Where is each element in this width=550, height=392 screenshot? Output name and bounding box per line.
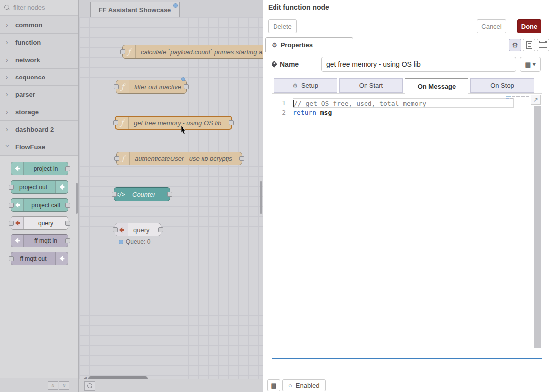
- node-description-button[interactable]: [537, 39, 549, 51]
- code-editor[interactable]: 1 // get OS free, used, total memory 2 r…: [272, 93, 542, 359]
- chevron-down-icon: ›: [4, 145, 12, 149]
- circle-icon: ○: [288, 382, 292, 389]
- node-query[interactable]: query: [115, 223, 161, 236]
- output-port[interactable]: [184, 84, 189, 89]
- input-port[interactable]: [114, 156, 119, 161]
- flow-canvas[interactable]: ƒ calculate `payload.count` primes start…: [79, 17, 263, 392]
- node-authenticate-user[interactable]: ƒ authenticateUser - use lib bcryptjs: [116, 152, 242, 165]
- chevron-right-icon: ›: [6, 125, 10, 133]
- palette-node-label: project call: [24, 202, 68, 209]
- flowfuse-icon: [11, 235, 24, 247]
- tab-setup[interactable]: ⚙ Setup: [274, 78, 337, 93]
- palette-category-common[interactable]: › common: [0, 16, 78, 34]
- flow-tab-bar: FF Assistant Showcase: [79, 0, 263, 17]
- done-button[interactable]: Done: [517, 19, 541, 33]
- input-port[interactable]: [120, 49, 125, 54]
- node-query-status: Queue: 0: [119, 238, 150, 245]
- flowfuse-icon: [55, 252, 68, 265]
- panel-button-row: Delete Cancel Done: [263, 15, 550, 37]
- chevron-right-icon: ›: [6, 73, 10, 81]
- palette-category-sequence[interactable]: › sequence: [0, 69, 78, 86]
- collapse-all-button[interactable]: «: [48, 381, 58, 390]
- code-variable: msg: [316, 109, 332, 116]
- input-port: [9, 203, 14, 208]
- edit-function-node-panel: Edit function node Delete Cancel Done ⚙ …: [263, 0, 550, 392]
- canvas-vertical-scrollbar[interactable]: [260, 181, 262, 214]
- tab-label: On Stop: [490, 82, 514, 89]
- palette-category-network[interactable]: › network: [0, 51, 78, 69]
- tab-on-start[interactable]: On Start: [339, 78, 403, 93]
- cancel-button[interactable]: Cancel: [477, 19, 506, 33]
- palette-search[interactable]: [0, 0, 78, 16]
- mouse-cursor: [181, 126, 187, 135]
- input-port[interactable]: [112, 192, 117, 197]
- palette-category-flowfuse[interactable]: › FlowFuse: [0, 138, 78, 156]
- chevron-right-icon: ›: [6, 56, 10, 64]
- expand-editor-button[interactable]: ↗: [531, 95, 541, 105]
- category-label: parser: [15, 91, 35, 98]
- search-icon: [4, 5, 10, 11]
- palette-category-parser[interactable]: › parser: [0, 86, 78, 103]
- node-label: filter out inactive: [129, 83, 181, 91]
- flow-changed-indicator: [173, 3, 178, 8]
- node-red-editor: › common › function › network › sequence…: [0, 0, 550, 392]
- search-flows-button[interactable]: [84, 381, 95, 391]
- palette-scrollbar[interactable]: [76, 183, 78, 214]
- name-input[interactable]: [321, 57, 516, 72]
- gear-icon: ⚙: [272, 41, 277, 49]
- node-label: Counter: [127, 191, 155, 198]
- output-port[interactable]: [158, 227, 163, 232]
- angle-double-up-icon: «: [49, 384, 57, 387]
- tab-label: On Start: [359, 82, 383, 89]
- palette-node-query[interactable]: query: [11, 216, 68, 230]
- code-line-1[interactable]: 1 // get OS free, used, total memory: [272, 98, 542, 108]
- node-settings-button[interactable]: ⚙: [509, 39, 521, 51]
- palette-node-label: project in: [24, 165, 68, 172]
- tab-properties[interactable]: ⚙ Properties: [265, 37, 353, 52]
- current-line: // get OS free, used, total memory: [293, 98, 514, 108]
- caret-down-icon: ▾: [533, 61, 536, 68]
- properties-tab-label: Properties: [281, 41, 313, 49]
- tab-on-message[interactable]: On Message: [405, 78, 468, 94]
- chevron-right-icon: ›: [6, 21, 10, 29]
- editor-scrollbar[interactable]: [534, 106, 541, 348]
- node-palette: › common › function › network › sequence…: [0, 0, 79, 392]
- library-button[interactable]: ▤: [267, 379, 280, 391]
- input-port[interactable]: [114, 84, 119, 89]
- output-port[interactable]: [239, 156, 244, 161]
- node-calculate-primes[interactable]: ƒ calculate `payload.count` primes start…: [122, 45, 263, 59]
- output-port[interactable]: [167, 192, 172, 197]
- chevron-right-icon: ›: [6, 90, 10, 98]
- expand-all-button[interactable]: «: [59, 381, 69, 390]
- minimap: [506, 96, 529, 102]
- node-filter-out-inactive[interactable]: ƒ filter out inactive: [116, 80, 187, 94]
- delete-button[interactable]: Delete: [268, 19, 297, 33]
- node-counter[interactable]: </> Counter: [114, 187, 170, 201]
- palette-node-label: query: [24, 220, 68, 227]
- enabled-toggle-button[interactable]: ○ Enabled: [282, 379, 326, 391]
- output-port: [65, 221, 70, 226]
- name-field-row: Name ▤ ▾: [263, 57, 550, 72]
- name-label-text: Name: [280, 60, 299, 68]
- palette-node-project-in[interactable]: project in: [11, 162, 68, 175]
- node-label: authenticateUser - use lib bcryptjs: [130, 155, 232, 162]
- flow-tab[interactable]: FF Assistant Showcase: [90, 2, 180, 17]
- node-help-button[interactable]: [523, 39, 535, 51]
- palette-filter-input[interactable]: [13, 4, 68, 11]
- code-line-2[interactable]: 2 return msg: [272, 108, 542, 117]
- input-port[interactable]: [113, 227, 118, 232]
- input-port[interactable]: [113, 120, 118, 125]
- node-label: query: [128, 226, 150, 234]
- node-get-free-memory[interactable]: ƒ get free memory - using OS lib: [115, 116, 232, 130]
- palette-category-dashboard2[interactable]: › dashboard 2: [0, 121, 78, 138]
- output-port[interactable]: [229, 120, 234, 125]
- book-icon: ▤: [525, 61, 531, 68]
- palette-node-project-call[interactable]: project call: [11, 198, 68, 212]
- palette-node-project-out[interactable]: project out: [11, 180, 68, 194]
- palette-category-function[interactable]: › function: [0, 34, 78, 51]
- tab-on-stop[interactable]: On Stop: [470, 78, 534, 93]
- palette-node-ff-mqtt-in[interactable]: ff mqtt in: [11, 234, 68, 247]
- palette-category-storage[interactable]: › storage: [0, 103, 78, 121]
- library-dropdown-button[interactable]: ▤ ▾: [520, 57, 541, 72]
- palette-node-ff-mqtt-out[interactable]: ff mqtt out: [11, 252, 68, 265]
